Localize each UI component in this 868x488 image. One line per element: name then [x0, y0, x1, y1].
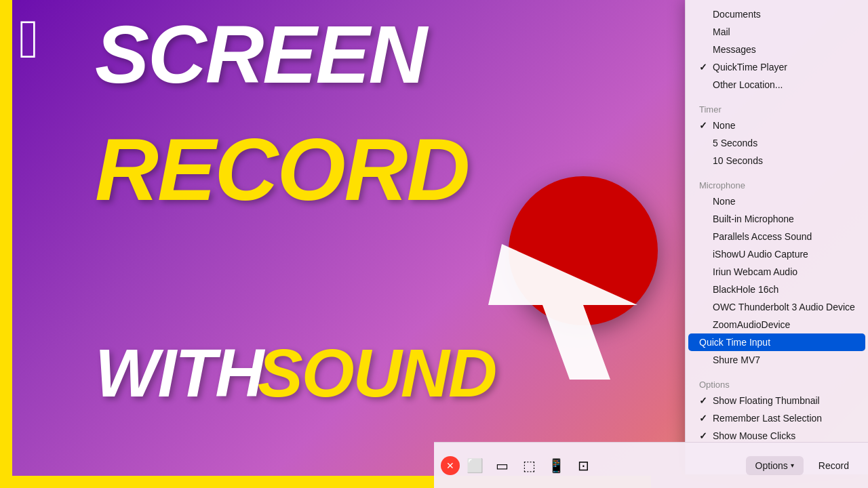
apple-logo:  [19, 12, 39, 66]
options-chevron-icon: ▾ [791, 462, 794, 469]
device-mirror-icon[interactable]: 📱 [544, 453, 568, 478]
menu-item-parallels-sound[interactable]: Parallels Access Sound [686, 228, 868, 245]
menu-item-remember-last[interactable]: Remember Last Selection [686, 409, 868, 427]
menu-item-timer-10s[interactable]: 10 Seconds [686, 152, 868, 169]
menu-item-timer-none[interactable]: None [686, 117, 868, 134]
menu-item-zoom-audio[interactable]: ZoomAudioDevice [686, 316, 868, 333]
record-label: Record [818, 460, 849, 471]
menu-item-show-floating[interactable]: Show Floating Thumbnail [686, 392, 868, 409]
menu-item-timer-5s[interactable]: 5 Seconds [686, 134, 868, 152]
menu-item-blackhole[interactable]: BlackHole 16ch [686, 281, 868, 298]
menu-item-quicktime-input[interactable]: Quick Time Input [688, 333, 865, 351]
title-record: RECORD [95, 125, 469, 214]
title-screen: SCREEN [95, 14, 426, 95]
menu-item-shure[interactable]: Shure MV7 [686, 351, 868, 369]
menu-item-documents[interactable]: Documents [686, 5, 868, 23]
menu-item-other-location[interactable]: Other Location... [686, 76, 868, 94]
menu-item-mail[interactable]: Mail [686, 23, 868, 41]
menu-item-builtin-mic[interactable]: Built-in Microphone [686, 210, 868, 228]
title-with: WITH [95, 339, 262, 407]
portion-icon[interactable]: ⊡ [571, 453, 595, 478]
microphone-section-label: Microphone [686, 175, 868, 192]
yellow-left-border [0, 0, 12, 488]
window-icon[interactable]: ▭ [490, 453, 514, 478]
fullscreen-icon[interactable]: ⬜ [462, 453, 487, 478]
arrow-graphic [461, 224, 678, 393]
timer-section-label: Timer [686, 99, 868, 117]
selection-icon[interactable]: ⬚ [517, 453, 541, 478]
options-section-label: Options [686, 374, 868, 392]
dropdown-menu: Documents Mail Messages QuickTime Player… [685, 0, 868, 474]
menu-item-messages[interactable]: Messages [686, 41, 868, 58]
menu-item-quicktime[interactable]: QuickTime Player [686, 58, 868, 76]
close-button[interactable]: ✕ [441, 456, 460, 475]
menu-item-ishowu[interactable]: iShowU Audio Capture [686, 245, 868, 263]
menu-item-iriun[interactable]: Iriun Webcam Audio [686, 263, 868, 281]
menu-item-owc[interactable]: OWC Thunderbolt 3 Audio Device [686, 298, 868, 316]
menu-item-mic-none[interactable]: None [686, 192, 868, 210]
options-label: Options [755, 460, 788, 471]
bottom-toolbar: ✕ ⬜ ▭ ⬚ 📱 ⊡ Options ▾ Record [434, 442, 868, 488]
record-button[interactable]: Record [806, 456, 861, 475]
svg-marker-0 [488, 244, 637, 380]
title-sound: SOUND [258, 339, 496, 407]
options-button[interactable]: Options ▾ [746, 456, 804, 475]
